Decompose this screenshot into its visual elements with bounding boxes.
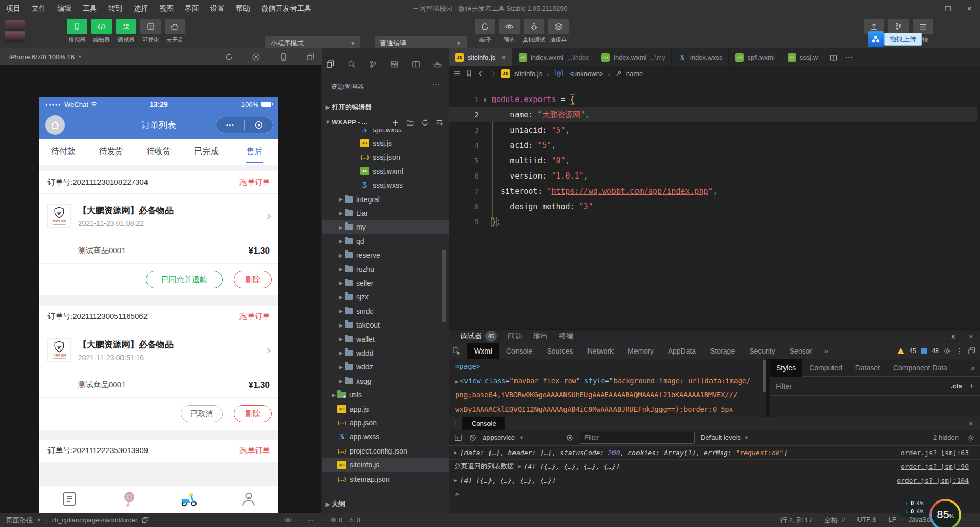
- console-sidebar-icon[interactable]: [454, 434, 462, 442]
- menu-item-文件[interactable]: 文件: [32, 4, 46, 13]
- devtools-tab-Storage[interactable]: Storage: [703, 343, 742, 359]
- expand-arrow-icon[interactable]: ▶: [518, 464, 521, 469]
- order-product-row[interactable]: 大鹏资源网【大鹏资源网】必备物品2021-11-23 01:08:22›: [39, 194, 278, 238]
- hidden-count[interactable]: 2 hidden: [933, 434, 959, 441]
- multi-window-icon[interactable]: [306, 53, 315, 61]
- order-status-button[interactable]: 已同意并退款: [146, 271, 223, 288]
- close-button[interactable]: ×: [959, 0, 980, 17]
- problems-summary[interactable]: ⊗0 ⚠0: [331, 516, 360, 524]
- tree-item-app.wxss[interactable]: Ʒapp.wxss: [322, 430, 449, 444]
- clear-console-icon[interactable]: [469, 434, 477, 442]
- devtools-tab-Network[interactable]: Network: [580, 343, 621, 359]
- tree-item-sssj.wxml[interactable]: <>sssj.wxml: [322, 164, 449, 178]
- order-tab-已完成[interactable]: 已完成: [183, 139, 231, 165]
- eye-target-icon[interactable]: [566, 434, 574, 442]
- debugger-tab-问题[interactable]: 问题: [508, 332, 522, 341]
- breadcrumb-node[interactable]: <unknown>: [569, 70, 603, 78]
- split-editor-icon[interactable]: [829, 54, 838, 62]
- tabbar-item[interactable]: [39, 486, 99, 513]
- order-tab-待发货[interactable]: 待发货: [87, 139, 135, 165]
- avatar[interactable]: [5, 20, 24, 42]
- refresh-icon[interactable]: [475, 19, 495, 34]
- extensions-icon[interactable]: [390, 60, 399, 69]
- menu-item-转到[interactable]: 转到: [108, 4, 122, 13]
- devtools-tab-Sensor[interactable]: Sensor: [782, 343, 819, 359]
- more-tabs-chevron[interactable]: »: [819, 347, 834, 355]
- order-status-button[interactable]: 已取消: [181, 405, 223, 422]
- docker-icon[interactable]: [433, 60, 442, 69]
- cls-toggle[interactable]: .cls: [951, 382, 962, 390]
- styles-tab-Dataset[interactable]: Dataset: [849, 359, 887, 377]
- devtools-tab-Security[interactable]: Security: [742, 343, 782, 359]
- delete-button[interactable]: 删除: [234, 271, 272, 288]
- debugger-tab-输出[interactable]: 输出: [533, 332, 548, 341]
- console-tab[interactable]: Console: [462, 417, 505, 430]
- bookmark-icon[interactable]: [465, 70, 472, 77]
- wxml-line[interactable]: png;base64,iVBORw0KGgoAAAANSUhEUgAAAEAAA…: [455, 391, 738, 399]
- source-link[interactable]: order.js? [sm]:63: [901, 449, 969, 457]
- layers-icon[interactable]: [548, 19, 569, 34]
- code-icon[interactable]: [91, 19, 112, 34]
- editor-tab-index.wxss[interactable]: Ʒindex.wxss: [672, 48, 729, 66]
- score-gauge[interactable]: 85%: [929, 499, 961, 527]
- tree-item-sssj.wxss[interactable]: Ʒsssj.wxss: [322, 179, 449, 192]
- tree-item-wallet[interactable]: ▶wallet: [322, 332, 449, 346]
- menu-item-编辑[interactable]: 编辑: [57, 4, 71, 13]
- tree-item-reserve[interactable]: ▶reserve: [322, 248, 449, 262]
- restart-icon[interactable]: [225, 53, 233, 61]
- collapse-all-icon[interactable]: [436, 119, 444, 127]
- more-menu-button[interactable]: •••: [216, 122, 244, 128]
- tabbar-item[interactable]: [218, 486, 278, 513]
- new-file-icon[interactable]: [391, 119, 399, 127]
- home-button[interactable]: [45, 115, 65, 135]
- styles-tab-Computed[interactable]: Computed: [802, 359, 849, 377]
- expand-arrow-icon[interactable]: ▶: [454, 478, 457, 483]
- devtools-tab-Wxml[interactable]: Wxml: [467, 343, 499, 359]
- tabbar-item[interactable]: [159, 486, 218, 513]
- tree-item-siteinfo.js[interactable]: JSsiteinfo.js: [322, 458, 449, 472]
- tree-item-app.json[interactable]: {…}app.json: [322, 416, 449, 430]
- tree-item-smdc[interactable]: ▶smdc: [322, 304, 449, 318]
- wxml-line[interactable]: <page>: [455, 362, 480, 370]
- order-tab-待收货[interactable]: 待收货: [135, 139, 183, 165]
- phone-icon[interactable]: [67, 19, 87, 34]
- status-item[interactable]: LF: [888, 516, 896, 525]
- tree-item-sjzx[interactable]: ▶sjzx: [322, 290, 449, 304]
- forward-icon[interactable]: [489, 70, 497, 78]
- editor-tab-index.wxml[interactable]: <>index.wxml...\index: [512, 48, 595, 66]
- console-settings-icon[interactable]: [967, 434, 975, 442]
- outline-section[interactable]: ▶ 大纲: [322, 497, 449, 511]
- bug-icon[interactable]: [524, 19, 544, 34]
- editor-tab-sssj.w[interactable]: <>sssj.w: [781, 48, 824, 66]
- tree-item-Liar[interactable]: ▶Liar: [322, 206, 449, 220]
- debugger-tab-调试器[interactable]: 调试器45: [460, 331, 497, 342]
- copy-icon[interactable]: [141, 516, 149, 524]
- wxml-tree-pane[interactable]: <page>▶<view class="navbar flex-row" sty…: [449, 359, 766, 417]
- search-icon[interactable]: [347, 60, 356, 69]
- files-icon[interactable]: [326, 60, 335, 69]
- order-tab-售后[interactable]: 售后: [230, 139, 278, 165]
- refresh-icon[interactable]: [421, 119, 429, 127]
- inspect-icon[interactable]: [452, 347, 461, 356]
- layout-icon[interactable]: [140, 19, 161, 34]
- delete-button[interactable]: 删除: [234, 405, 272, 422]
- close-icon[interactable]: ×: [502, 54, 506, 61]
- tree-item-sssj.js[interactable]: JSsssj.js: [322, 136, 449, 150]
- new-folder-icon[interactable]: [406, 119, 414, 127]
- maximize-button[interactable]: ❐: [937, 0, 959, 17]
- close-icon[interactable]: ×: [969, 333, 973, 340]
- more-tabs-chevron[interactable]: »: [966, 364, 980, 372]
- tree-item-xsqg[interactable]: ▶xsqg: [322, 374, 449, 388]
- back-icon[interactable]: [477, 70, 484, 78]
- order-tab-待付款[interactable]: 待付款: [39, 139, 87, 165]
- menu-item-项目[interactable]: 项目: [6, 4, 20, 13]
- context-select[interactable]: appservice▼: [483, 434, 559, 441]
- eye-icon[interactable]: [284, 517, 292, 523]
- collapse-panel-icon[interactable]: ∧: [951, 333, 956, 340]
- styles-tab-Component Data[interactable]: Component Data: [887, 359, 954, 377]
- kebab-menu-icon[interactable]: ⋮: [956, 347, 963, 355]
- tree-item-project.config.json[interactable]: {…}project.config.json: [322, 444, 449, 458]
- menu-item-界面[interactable]: 界面: [185, 4, 199, 13]
- menu-item-工具[interactable]: 工具: [83, 4, 97, 13]
- close-icon[interactable]: ×: [969, 420, 973, 428]
